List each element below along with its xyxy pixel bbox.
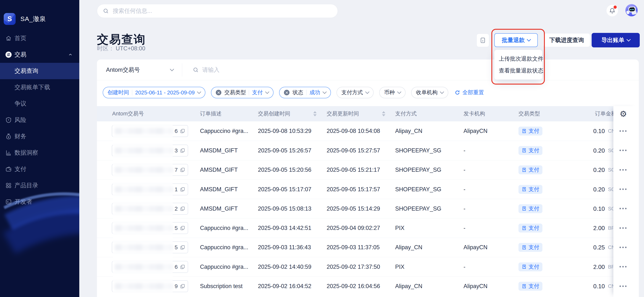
column-header-支付方式: 支付方式	[395, 106, 417, 121]
dot	[622, 188, 624, 190]
transaction-type-label: 支付	[528, 282, 539, 290]
clear-filter-icon[interactable]: ✕	[216, 90, 221, 95]
sidebar-item-风险[interactable]: 风险	[0, 112, 79, 128]
sidebar-item-label: 开发者	[14, 198, 32, 206]
row-actions-button[interactable]	[613, 276, 639, 296]
notifications-button[interactable]	[606, 5, 618, 16]
sidebar-item-label: 产品目录	[14, 181, 38, 190]
sidebar-item-交易[interactable]: 交易	[0, 47, 79, 63]
transaction-type-label: 支付	[528, 224, 539, 232]
table-row: 6Cappuccino #gra...2025-09-02 14:40:5920…	[97, 257, 639, 276]
copy-icon[interactable]	[180, 264, 185, 269]
row-actions-button[interactable]	[613, 121, 639, 141]
sidebar-item-财务[interactable]: 财务	[0, 128, 79, 145]
keyword-input[interactable]: 请输入	[182, 60, 639, 80]
issuer-cell: AlipayCN	[464, 283, 488, 289]
transaction-id-cell: 7	[112, 164, 188, 176]
column-header-交易更新时间[interactable]: 交易更新时间	[327, 106, 359, 121]
redacted-id	[115, 264, 172, 270]
sidebar-item-交易账单下载[interactable]: 交易账单下载	[0, 79, 79, 96]
redacted-id	[115, 186, 172, 193]
created-time-cell: 2025-09-05 15:08:13	[258, 205, 312, 212]
transaction-type-badge: 支付	[518, 282, 542, 291]
clear-filter-icon[interactable]: ✕	[284, 90, 290, 95]
sidebar-item-开发者[interactable]: 开发者	[0, 194, 79, 210]
copy-icon[interactable]	[180, 128, 185, 134]
transaction-type-badge: 支付	[518, 146, 542, 155]
sidebar-item-争议[interactable]: 争议	[0, 96, 79, 112]
filter-chip-币种[interactable]: 币种	[379, 87, 406, 98]
copy-icon[interactable]	[180, 167, 185, 172]
brand-logo[interactable]: S	[4, 13, 16, 25]
dot	[620, 285, 621, 287]
settings-gear-icon: ⚙	[620, 109, 627, 119]
row-actions-button[interactable]	[613, 141, 639, 160]
issuer-cell: -	[464, 147, 465, 154]
transaction-id-suffix: 5	[174, 244, 178, 250]
chevron-down-icon	[265, 90, 270, 94]
payment-method-cell: SHOPEEPAY_SG	[395, 167, 442, 173]
copy-icon[interactable]	[180, 284, 185, 289]
dot	[625, 130, 626, 132]
sidebar-item-支付[interactable]: 支付	[0, 161, 79, 177]
results-card: Antom交易号 请输入 创建时间2025-06-11 - 2025-09-09…	[97, 60, 639, 297]
transaction-type-label: 支付	[528, 147, 539, 154]
chevron-down-icon	[365, 90, 370, 94]
filter-chip-支付方式[interactable]: 支付方式	[336, 87, 374, 98]
copy-icon[interactable]	[180, 187, 185, 192]
filter-chip-label: 状态	[292, 89, 303, 96]
issuer-cell: -	[464, 167, 465, 173]
order-description-cell: Cappuccino #gra...	[200, 128, 248, 134]
copy-icon[interactable]	[180, 148, 185, 153]
created-time-cell: 2025-09-08 10:53:29	[258, 128, 312, 134]
filter-chip-交易类型[interactable]: ✕交易类型支付	[211, 87, 274, 98]
column-settings-button[interactable]: ⚙	[613, 106, 639, 121]
row-actions-button[interactable]	[613, 257, 639, 276]
updated-time-cell: 2025-09-05 15:27:57	[327, 147, 380, 154]
order-description-cell: Cappuccino #gra...	[200, 263, 248, 270]
chevron-down-icon	[527, 37, 531, 42]
table-row: 5Cappuccino #gra...2025-09-03 14:42:5120…	[97, 218, 639, 237]
copy-icon[interactable]	[180, 245, 185, 250]
row-actions-button[interactable]	[613, 160, 639, 180]
order-amount-cell: 2.00	[593, 263, 605, 270]
dot	[622, 285, 624, 287]
document-info-button[interactable]	[476, 34, 489, 47]
sidebar-item-产品目录[interactable]: 产品目录	[0, 177, 79, 194]
sort-icon[interactable]	[313, 111, 316, 116]
dot	[622, 227, 624, 229]
export-bill-label: 导出账单	[602, 36, 624, 44]
column-header-交易创建时间[interactable]: 交易创建时间	[258, 106, 290, 121]
batch-refund-button[interactable]: 批量退款	[494, 33, 538, 47]
copy-icon[interactable]	[180, 206, 185, 211]
copy-icon[interactable]	[180, 225, 185, 231]
divider	[306, 90, 306, 95]
reset-filters-link[interactable]: 全部重置	[454, 89, 484, 96]
sidebar-item-数据洞察[interactable]: 数据洞察	[0, 145, 79, 161]
sort-down-caret	[313, 114, 316, 116]
row-actions-button[interactable]	[613, 218, 639, 237]
order-amount-cell: 0.20	[593, 186, 605, 193]
filter-chip-状态[interactable]: ✕状态成功	[279, 87, 331, 98]
column-header-交易类型: 交易类型	[518, 106, 540, 121]
sidebar-item-首页[interactable]: 首页	[0, 30, 79, 47]
search-type-select[interactable]: Antom交易号	[97, 60, 182, 80]
receipt-icon	[522, 206, 527, 211]
user-avatar[interactable]	[626, 4, 638, 16]
download-progress-button[interactable]: 下载进度查询	[543, 33, 590, 47]
global-search-input[interactable]: 搜索任何信息...	[97, 4, 338, 18]
chevron-down-icon	[197, 90, 201, 94]
batch-refund-menu-item[interactable]: 上传批次退款文件	[494, 53, 542, 65]
export-bill-button[interactable]: 导出账单	[592, 33, 640, 47]
row-actions-button[interactable]	[613, 199, 639, 218]
transaction-type-badge: 支付	[518, 185, 542, 194]
sidebar-item-交易查询[interactable]: 交易查询	[0, 63, 79, 79]
row-actions-button[interactable]	[613, 238, 639, 257]
batch-refund-menu-item[interactable]: 查看批量退款状态	[494, 65, 542, 77]
file-info-icon	[480, 37, 486, 44]
filter-chip-创建时间[interactable]: 创建时间2025-06-11 - 2025-09-09	[103, 87, 206, 98]
filter-chip-收单机构[interactable]: 收单机构	[411, 87, 448, 98]
row-actions-button[interactable]	[613, 180, 639, 199]
sort-icon[interactable]	[382, 111, 385, 116]
sidebar-item-label: 交易	[14, 51, 26, 59]
